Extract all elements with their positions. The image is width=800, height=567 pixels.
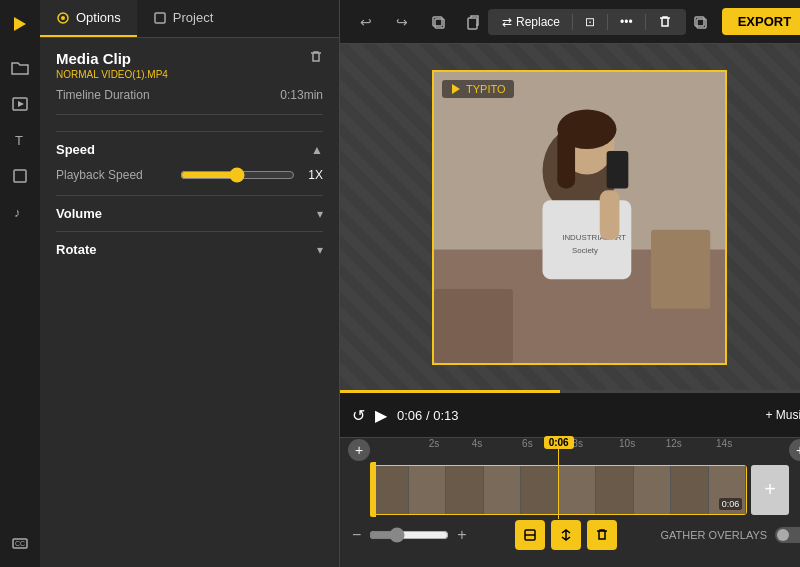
- volume-section-header[interactable]: Volume ▾: [56, 195, 323, 231]
- track-frame-8: [634, 466, 672, 514]
- svg-point-9: [61, 16, 65, 20]
- timeline-track: 0:06 +: [370, 462, 789, 517]
- tab-project[interactable]: Project: [137, 0, 229, 37]
- speed-section-header[interactable]: Speed ▲: [56, 131, 323, 167]
- zoom-in-button[interactable]: +: [457, 526, 466, 544]
- copy-page-button[interactable]: [686, 8, 714, 36]
- svg-text:T: T: [15, 133, 23, 148]
- media-clip-title: Media Clip: [56, 50, 168, 67]
- gather-overlays-toggle[interactable]: [775, 527, 800, 543]
- playhead[interactable]: 0:06: [544, 436, 574, 519]
- media-clip-header: Media Clip NORMAL VIDEO(1).MP4: [56, 50, 323, 80]
- track-frame-9: [671, 466, 709, 514]
- svg-marker-2: [18, 101, 24, 107]
- split-track-button[interactable]: [551, 520, 581, 550]
- track-frame-3: [446, 466, 484, 514]
- playhead-line: [558, 449, 559, 519]
- tab-options[interactable]: Options: [40, 0, 137, 37]
- watermark: TYPITO: [442, 80, 514, 98]
- paste-frames-button[interactable]: [460, 8, 488, 36]
- video-canvas: INDUSTRIAL ART Society TYPITO: [432, 70, 727, 365]
- svg-marker-0: [14, 17, 26, 31]
- toolbar-center: ⇄ Replace ⊡ •••: [488, 9, 686, 35]
- timeline-ruler: + 2s 4s 6s 8s 10s 12s 14s 0:06 +: [340, 438, 800, 462]
- crop-track-button[interactable]: [515, 520, 545, 550]
- music-button[interactable]: + Music: [765, 408, 800, 422]
- add-clip-left-button[interactable]: +: [348, 439, 370, 461]
- play-button[interactable]: ▶: [375, 406, 387, 425]
- volume-title: Volume: [56, 206, 102, 221]
- track-action-buttons: [515, 520, 617, 550]
- captions-icon[interactable]: CC: [4, 527, 36, 559]
- top-toolbar: ↩ ↪ ⇄ Replace ⊡ •••: [340, 0, 800, 44]
- media-clip-subtitle: NORMAL VIDEO(1).MP4: [56, 69, 168, 80]
- timeline-duration-value: 0:13min: [280, 88, 323, 102]
- speed-slider[interactable]: [180, 167, 296, 183]
- track-frame-1: [371, 466, 409, 514]
- time-display: 0:06 / 0:13: [397, 408, 755, 423]
- zoom-slider[interactable]: [369, 527, 449, 543]
- track-left-handle[interactable]: [370, 462, 376, 517]
- panel-tabs: Options Project: [40, 0, 339, 38]
- replace-icon: ⇄: [502, 15, 512, 29]
- speed-content: Playback Speed 1X: [56, 167, 323, 195]
- undo-button[interactable]: ↩: [352, 8, 380, 36]
- toolbar-divider-3: [645, 14, 646, 30]
- track-frame-4: [484, 466, 522, 514]
- rotate-collapse-icon: ▾: [317, 243, 323, 257]
- svg-rect-25: [607, 150, 629, 187]
- toggle-knob: [777, 529, 789, 541]
- more-button[interactable]: •••: [614, 13, 639, 31]
- svg-rect-26: [600, 190, 620, 239]
- time-total: 0:13: [433, 408, 458, 423]
- gather-overlays-label: GATHER OVERLAYS: [661, 529, 768, 541]
- progress-bar-fill: [340, 390, 560, 393]
- timeline-area: + 2s 4s 6s 8s 10s 12s 14s 0:06 +: [340, 437, 800, 567]
- add-clip-right-button[interactable]: +: [789, 439, 800, 461]
- shapes-icon[interactable]: [4, 160, 36, 192]
- delete-button[interactable]: [652, 13, 678, 31]
- folder-icon[interactable]: [4, 52, 36, 84]
- restart-button[interactable]: ↺: [352, 406, 365, 425]
- logo-icon[interactable]: [4, 8, 36, 40]
- svg-text:Society: Society: [572, 245, 598, 254]
- svg-rect-10: [155, 13, 165, 23]
- speed-value: 1X: [303, 168, 323, 182]
- ruler-mark-14s: 14s: [716, 438, 732, 449]
- video-frame: INDUSTRIAL ART Society: [434, 72, 725, 363]
- volume-collapse-icon: ▾: [317, 207, 323, 221]
- video-controls: ↺ ▶ 0:06 / 0:13 + Music: [340, 393, 800, 437]
- music-icon[interactable]: ♪: [4, 196, 36, 228]
- timeline-controls-bottom: − + GATHER OVERLAYS: [340, 517, 800, 553]
- timeline-duration-label: Timeline Duration: [56, 88, 150, 102]
- svg-text:CC: CC: [15, 540, 25, 547]
- progress-bar-container[interactable]: [340, 390, 800, 393]
- crop-icon: ⊡: [585, 15, 595, 29]
- action-toolbar: ⇄ Replace ⊡ •••: [488, 9, 686, 35]
- timeline-duration-row: Timeline Duration 0:13min: [56, 88, 323, 115]
- crop-button[interactable]: ⊡: [579, 13, 601, 31]
- toolbar-divider-2: [607, 14, 608, 30]
- ruler-mark-4s: 4s: [472, 438, 483, 449]
- svg-rect-27: [651, 229, 710, 308]
- rotate-section-header[interactable]: Rotate ▾: [56, 231, 323, 267]
- svg-rect-21: [557, 129, 575, 188]
- track-add-panel[interactable]: +: [751, 465, 789, 515]
- redo-button[interactable]: ↪: [388, 8, 416, 36]
- copy-frames-button[interactable]: [424, 8, 452, 36]
- canvas-wrapper: INDUSTRIAL ART Society TYPITO Help: [340, 44, 800, 437]
- text-icon[interactable]: T: [4, 124, 36, 156]
- svg-text:♪: ♪: [14, 205, 21, 220]
- ruler-mark-6s: 6s: [522, 438, 533, 449]
- replace-button[interactable]: ⇄ Replace: [496, 13, 566, 31]
- speed-slider-container: [180, 167, 296, 183]
- delete-track-button[interactable]: [587, 520, 617, 550]
- track-frame-7: [596, 466, 634, 514]
- export-button[interactable]: EXPORT: [722, 8, 800, 35]
- ruler-mark-2s: 2s: [429, 438, 440, 449]
- ruler-mark-8s: 8s: [572, 438, 583, 449]
- zoom-out-button[interactable]: −: [352, 526, 361, 544]
- svg-rect-28: [434, 289, 513, 363]
- media-icon[interactable]: [4, 88, 36, 120]
- delete-clip-button[interactable]: [309, 50, 323, 67]
